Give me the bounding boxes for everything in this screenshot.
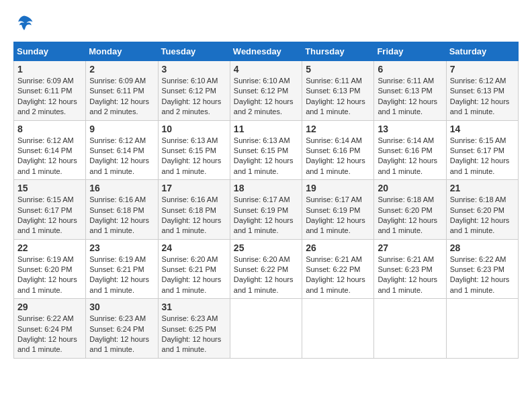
header-wednesday: Wednesday bbox=[230, 42, 302, 61]
day-number: 10 bbox=[162, 124, 226, 134]
day-number: 21 bbox=[450, 183, 515, 193]
calendar-cell bbox=[374, 299, 446, 359]
sunrise-label: Sunrise: 6:09 AM bbox=[89, 77, 146, 85]
sunrise-label: Sunrise: 6:15 AM bbox=[17, 195, 74, 203]
calendar-cell: 5 Sunrise: 6:11 AM Sunset: 6:13 PM Dayli… bbox=[302, 61, 374, 121]
day-info: Sunrise: 6:14 AM Sunset: 6:16 PM Dayligh… bbox=[306, 136, 370, 177]
sunrise-label: Sunrise: 6:20 AM bbox=[234, 255, 290, 263]
day-number: 28 bbox=[450, 242, 515, 253]
sunset-label: Sunset: 6:22 PM bbox=[234, 265, 288, 273]
sunset-label: Sunset: 6:11 PM bbox=[89, 87, 144, 95]
sunset-label: Sunset: 6:21 PM bbox=[162, 265, 216, 273]
sunrise-label: Sunrise: 6:23 AM bbox=[89, 314, 146, 322]
day-number: 12 bbox=[306, 124, 370, 134]
sunrise-label: Sunrise: 6:14 AM bbox=[378, 136, 434, 144]
day-info: Sunrise: 6:20 AM Sunset: 6:21 PM Dayligh… bbox=[162, 255, 226, 296]
day-number: 2 bbox=[89, 64, 154, 75]
day-number: 9 bbox=[89, 124, 154, 134]
daylight-label: Daylight: 12 hours and 1 minute. bbox=[234, 216, 294, 234]
day-info: Sunrise: 6:17 AM Sunset: 6:19 PM Dayligh… bbox=[306, 195, 370, 236]
daylight-label: Daylight: 12 hours and 1 minute. bbox=[306, 216, 365, 234]
sunset-label: Sunset: 6:16 PM bbox=[306, 146, 360, 154]
daylight-label: Daylight: 12 hours and 1 minute. bbox=[378, 97, 437, 116]
sunrise-label: Sunrise: 6:11 AM bbox=[378, 77, 434, 85]
daylight-label: Daylight: 12 hours and 1 minute. bbox=[17, 335, 77, 353]
day-number: 6 bbox=[378, 64, 442, 75]
daylight-label: Daylight: 12 hours and 1 minute. bbox=[162, 216, 222, 234]
daylight-label: Daylight: 12 hours and 1 minute. bbox=[89, 216, 149, 234]
sunrise-label: Sunrise: 6:21 AM bbox=[306, 255, 362, 263]
sunset-label: Sunset: 6:19 PM bbox=[234, 206, 288, 214]
sunrise-label: Sunrise: 6:18 AM bbox=[378, 195, 434, 203]
day-number: 1 bbox=[17, 64, 82, 75]
daylight-label: Daylight: 12 hours and 1 minute. bbox=[89, 275, 149, 293]
daylight-label: Daylight: 12 hours and 2 minutes. bbox=[17, 97, 77, 116]
logo bbox=[13, 13, 38, 35]
sunrise-label: Sunrise: 6:22 AM bbox=[450, 255, 506, 263]
calendar-cell: 7 Sunrise: 6:12 AM Sunset: 6:13 PM Dayli… bbox=[446, 61, 518, 121]
day-number: 27 bbox=[378, 242, 442, 253]
calendar-cell: 16 Sunrise: 6:16 AM Sunset: 6:18 PM Dayl… bbox=[86, 180, 158, 240]
sunrise-label: Sunrise: 6:12 AM bbox=[89, 136, 146, 144]
day-info: Sunrise: 6:19 AM Sunset: 6:21 PM Dayligh… bbox=[89, 255, 154, 296]
sunset-label: Sunset: 6:14 PM bbox=[17, 146, 72, 154]
calendar-week-3: 15 Sunrise: 6:15 AM Sunset: 6:17 PM Dayl… bbox=[14, 180, 519, 240]
calendar-cell: 15 Sunrise: 6:15 AM Sunset: 6:17 PM Dayl… bbox=[14, 180, 86, 240]
page-header bbox=[13, 13, 519, 35]
calendar-cell: 27 Sunrise: 6:21 AM Sunset: 6:23 PM Dayl… bbox=[374, 239, 446, 299]
day-number: 3 bbox=[162, 64, 226, 75]
calendar-cell: 14 Sunrise: 6:15 AM Sunset: 6:17 PM Dayl… bbox=[446, 120, 518, 180]
calendar-header-row: SundayMondayTuesdayWednesdayThursdayFrid… bbox=[14, 42, 519, 61]
day-number: 5 bbox=[306, 64, 370, 75]
daylight-label: Daylight: 12 hours and 1 minute. bbox=[378, 275, 437, 293]
header-tuesday: Tuesday bbox=[158, 42, 230, 61]
calendar-cell: 30 Sunrise: 6:23 AM Sunset: 6:24 PM Dayl… bbox=[86, 299, 158, 359]
calendar-cell: 21 Sunrise: 6:18 AM Sunset: 6:20 PM Dayl… bbox=[446, 180, 518, 240]
header-saturday: Saturday bbox=[446, 42, 518, 61]
day-number: 14 bbox=[450, 124, 515, 134]
sunset-label: Sunset: 6:17 PM bbox=[17, 206, 72, 214]
sunrise-label: Sunrise: 6:21 AM bbox=[378, 255, 434, 263]
daylight-label: Daylight: 12 hours and 1 minute. bbox=[306, 97, 365, 116]
sunset-label: Sunset: 6:13 PM bbox=[378, 87, 432, 95]
sunset-label: Sunset: 6:23 PM bbox=[450, 265, 504, 273]
calendar-cell: 8 Sunrise: 6:12 AM Sunset: 6:14 PM Dayli… bbox=[14, 120, 86, 180]
day-info: Sunrise: 6:10 AM Sunset: 6:12 PM Dayligh… bbox=[234, 76, 298, 118]
calendar-cell: 19 Sunrise: 6:17 AM Sunset: 6:19 PM Dayl… bbox=[302, 180, 374, 240]
calendar-cell: 23 Sunrise: 6:19 AM Sunset: 6:21 PM Dayl… bbox=[86, 239, 158, 299]
sunset-label: Sunset: 6:17 PM bbox=[450, 146, 504, 154]
sunrise-label: Sunrise: 6:15 AM bbox=[450, 136, 506, 144]
sunrise-label: Sunrise: 6:16 AM bbox=[89, 195, 146, 203]
sunset-label: Sunset: 6:22 PM bbox=[306, 265, 360, 273]
day-info: Sunrise: 6:18 AM Sunset: 6:20 PM Dayligh… bbox=[450, 195, 515, 236]
daylight-label: Daylight: 12 hours and 2 minutes. bbox=[162, 97, 222, 116]
calendar-cell: 2 Sunrise: 6:09 AM Sunset: 6:11 PM Dayli… bbox=[86, 61, 158, 121]
sunset-label: Sunset: 6:14 PM bbox=[89, 146, 144, 154]
day-number: 24 bbox=[162, 242, 226, 253]
calendar-cell: 24 Sunrise: 6:20 AM Sunset: 6:21 PM Dayl… bbox=[158, 239, 230, 299]
calendar-cell: 22 Sunrise: 6:19 AM Sunset: 6:20 PM Dayl… bbox=[14, 239, 86, 299]
sunset-label: Sunset: 6:15 PM bbox=[162, 146, 216, 154]
daylight-label: Daylight: 12 hours and 1 minute. bbox=[234, 156, 294, 175]
day-number: 16 bbox=[89, 183, 154, 193]
sunrise-label: Sunrise: 6:10 AM bbox=[234, 77, 290, 85]
sunrise-label: Sunrise: 6:12 AM bbox=[450, 77, 506, 85]
calendar-week-2: 8 Sunrise: 6:12 AM Sunset: 6:14 PM Dayli… bbox=[14, 120, 519, 180]
day-info: Sunrise: 6:09 AM Sunset: 6:11 PM Dayligh… bbox=[17, 76, 82, 118]
daylight-label: Daylight: 12 hours and 1 minute. bbox=[17, 275, 77, 293]
calendar-cell bbox=[446, 299, 518, 359]
day-number: 31 bbox=[162, 302, 226, 312]
day-info: Sunrise: 6:10 AM Sunset: 6:12 PM Dayligh… bbox=[162, 76, 226, 118]
sunrise-label: Sunrise: 6:17 AM bbox=[306, 195, 362, 203]
day-info: Sunrise: 6:18 AM Sunset: 6:20 PM Dayligh… bbox=[378, 195, 442, 236]
sunset-label: Sunset: 6:18 PM bbox=[89, 206, 144, 214]
day-info: Sunrise: 6:13 AM Sunset: 6:15 PM Dayligh… bbox=[234, 136, 298, 177]
sunset-label: Sunset: 6:19 PM bbox=[306, 206, 360, 214]
day-number: 19 bbox=[306, 183, 370, 193]
calendar-cell: 9 Sunrise: 6:12 AM Sunset: 6:14 PM Dayli… bbox=[86, 120, 158, 180]
calendar-cell: 6 Sunrise: 6:11 AM Sunset: 6:13 PM Dayli… bbox=[374, 61, 446, 121]
day-info: Sunrise: 6:16 AM Sunset: 6:18 PM Dayligh… bbox=[162, 195, 226, 236]
calendar-week-4: 22 Sunrise: 6:19 AM Sunset: 6:20 PM Dayl… bbox=[14, 239, 519, 299]
day-info: Sunrise: 6:22 AM Sunset: 6:23 PM Dayligh… bbox=[450, 255, 515, 296]
calendar-cell: 28 Sunrise: 6:22 AM Sunset: 6:23 PM Dayl… bbox=[446, 239, 518, 299]
